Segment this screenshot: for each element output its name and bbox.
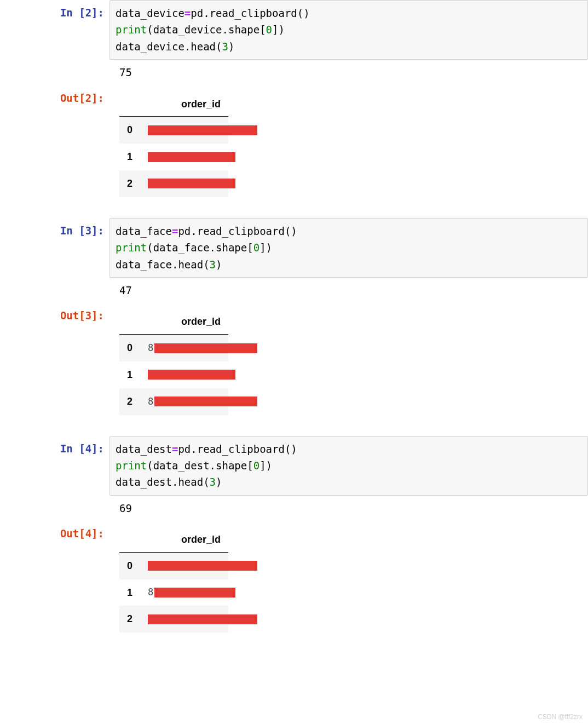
- dataframe-output: order_id08799287217482187992931410432879…: [109, 85, 588, 202]
- df-row-index: 1: [119, 579, 140, 606]
- df-row-index: 0: [119, 552, 140, 579]
- redaction-block: [148, 179, 235, 188]
- df-cell-value: 8799258174835: [140, 335, 228, 361]
- code-token: 3: [222, 41, 228, 53]
- code-token: shape[: [228, 24, 266, 36]
- redaction-block: [148, 152, 235, 162]
- df-row-index: 2: [119, 388, 140, 415]
- code-token: 0: [253, 459, 260, 472]
- redaction-block: [148, 125, 257, 135]
- output-cell: Out[3]:order_id0879925817483518790042003…: [0, 303, 588, 419]
- code-token: 3: [210, 476, 216, 488]
- dataframe-table: order_id08792093922712187291855020972879…: [119, 527, 228, 633]
- code-input[interactable]: data_dest=pd.read_clipboard() print(data…: [109, 436, 588, 496]
- empty-prompt: [0, 496, 109, 504]
- code-token: ): [228, 41, 234, 53]
- stdout-cell: 47: [0, 278, 588, 303]
- df-row-index: 2: [119, 606, 140, 633]
- df-row-index: 1: [119, 361, 140, 388]
- code-token: shape[: [216, 459, 253, 472]
- code-token: data_face: [116, 225, 172, 237]
- dataframe-table: order_id08799287217482187992931410432879…: [119, 92, 228, 197]
- dataframe-table: order_id08799258174835187900420037482872…: [119, 309, 228, 415]
- code-token: .: [210, 242, 216, 254]
- out-prompt-label: Out[4]:: [60, 527, 104, 539]
- code-token: (data_face: [147, 242, 209, 254]
- code-token: head(: [191, 41, 222, 53]
- table-row: 28729100020048: [119, 388, 228, 415]
- df-cell-value: 8790042003748: [140, 361, 228, 388]
- df-cell-value: 8799287217482: [140, 117, 228, 143]
- stdout-cell: 69: [0, 496, 588, 521]
- df-cell-value: 8729185502097: [140, 579, 228, 606]
- stdout-text: 75: [119, 66, 132, 78]
- code-token: read_clipboard(): [197, 225, 297, 237]
- dataframe-output: order_id08792093922712187291855020972879…: [109, 521, 588, 637]
- code-token: shape[: [216, 242, 253, 254]
- code-token: ): [216, 476, 222, 488]
- in-prompt-label: In [2]:: [60, 7, 104, 19]
- code-token: .: [191, 443, 197, 455]
- table-row: 08799287217482: [119, 117, 228, 143]
- in-prompt: In [4]:: [0, 436, 109, 461]
- table-row: 28799170858097: [119, 170, 228, 197]
- output-cell: Out[4]:order_id0879209392271218729185502…: [0, 521, 588, 637]
- code-token: .: [222, 24, 228, 36]
- code-input[interactable]: data_device=pd.read_clipboard() print(da…: [109, 0, 588, 60]
- df-row-index: 1: [119, 143, 140, 170]
- input-cell: In [2]:data_device=pd.read_clipboard() p…: [0, 0, 588, 60]
- redaction-block: [148, 370, 235, 380]
- input-cell: In [4]:data_dest=pd.read_clipboard() pri…: [0, 436, 588, 496]
- df-cell-value: 8729100020048: [140, 388, 228, 415]
- out-prompt-label: Out[3]:: [60, 309, 104, 321]
- empty-prompt: [0, 278, 109, 286]
- df-cell-value: 8799986560098: [140, 606, 228, 633]
- code-token: =: [185, 7, 191, 19]
- df-row-index: 2: [119, 170, 140, 197]
- code-token: data_face: [116, 258, 172, 271]
- code-token: .: [203, 7, 209, 19]
- code-token: ]): [260, 242, 272, 254]
- code-token: read_clipboard(): [210, 7, 310, 19]
- code-token: =: [172, 225, 178, 237]
- redaction-block: [148, 561, 257, 571]
- out-prompt: Out[2]:: [0, 85, 109, 111]
- code-token: .: [210, 459, 216, 472]
- empty-prompt: [0, 60, 109, 68]
- in-prompt: In [2]:: [0, 0, 109, 25]
- code-token: data_device: [116, 41, 185, 53]
- df-row-index: 0: [119, 117, 140, 143]
- stdout-cell: 75: [0, 60, 588, 85]
- out-prompt: Out[4]:: [0, 521, 109, 546]
- code-token: (data_device: [147, 24, 222, 36]
- in-prompt-label: In [4]:: [60, 443, 104, 455]
- code-token: 0: [266, 24, 272, 36]
- code-token: head(: [178, 258, 209, 271]
- in-prompt: In [3]:: [0, 218, 109, 243]
- code-input[interactable]: data_face=pd.read_clipboard() print(data…: [109, 218, 588, 278]
- df-cell-value: 8799170858097: [140, 170, 228, 197]
- df-index-header: [119, 527, 140, 552]
- stdout-output: 75: [109, 60, 588, 85]
- stdout-text: 69: [119, 502, 132, 514]
- code-token: read_clipboard(): [197, 443, 297, 455]
- code-token: pd: [191, 7, 203, 19]
- df-col-header: order_id: [140, 92, 228, 117]
- code-token: .: [191, 225, 197, 237]
- code-token: .: [185, 41, 191, 53]
- code-token: print: [116, 459, 147, 472]
- df-cell-value: 8792093922712: [140, 552, 228, 579]
- df-col-header: order_id: [140, 527, 228, 552]
- out-prompt-label: Out[2]:: [60, 92, 104, 104]
- df-col-header: order_id: [140, 309, 228, 334]
- table-row: 08792093922712: [119, 552, 228, 579]
- input-cell: In [3]:data_face=pd.read_clipboard() pri…: [0, 218, 588, 278]
- df-index-header: [119, 92, 140, 117]
- dataframe-output: order_id08799258174835187900420037482872…: [109, 303, 588, 419]
- code-token: head(: [178, 476, 209, 488]
- redaction-block: [154, 588, 235, 597]
- redaction-block: [154, 343, 257, 353]
- df-cell-value: 8799293141043: [140, 143, 228, 170]
- stdout-text: 47: [119, 284, 132, 296]
- code-token: pd: [178, 443, 191, 455]
